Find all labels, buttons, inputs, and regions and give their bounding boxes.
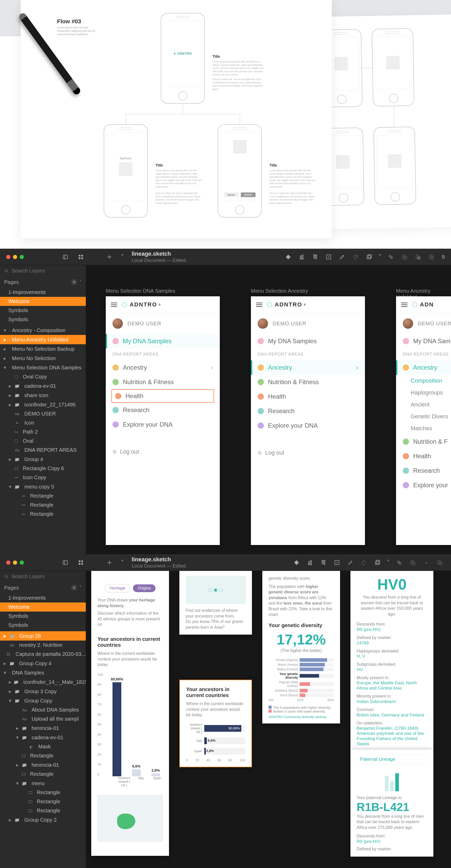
layer-row[interactable]: Rectangle bbox=[0, 751, 86, 760]
user-row[interactable]: DEMO USER bbox=[106, 313, 220, 334]
diversity-footer-link[interactable]: ADNTRO Community diversity ranking bbox=[269, 715, 334, 719]
nav-my-dna-samples[interactable]: My DNA Samples bbox=[251, 334, 365, 348]
layer-row[interactable]: Icon Copy bbox=[0, 473, 86, 482]
add-page-button[interactable]: + bbox=[71, 585, 77, 591]
mask-tool-icon[interactable] bbox=[372, 557, 383, 568]
insert-dropdown[interactable]: ˅ bbox=[120, 557, 125, 568]
layer-row[interactable]: Rectangle bbox=[0, 509, 86, 519]
layer-row[interactable]: ▸Group Copy 4 bbox=[0, 659, 86, 668]
subtract-icon[interactable] bbox=[399, 252, 410, 262]
layer-row[interactable]: ▸Group 28 bbox=[0, 631, 86, 641]
layer-row[interactable]: ▾Menu Selection DNA Samples bbox=[0, 363, 86, 372]
document-title-block[interactable]: lineage.sketch Local Document — Edited bbox=[132, 250, 186, 263]
layer-row[interactable]: ▸share icon bbox=[0, 391, 86, 400]
layer-row[interactable]: ▸herencia-01 bbox=[0, 723, 86, 733]
layer-row[interactable]: Mask bbox=[0, 742, 86, 751]
nav-explore[interactable]: Explore your DNA bbox=[106, 417, 220, 432]
page-row[interactable]: Welcome bbox=[0, 297, 86, 306]
panel-toggle-button[interactable] bbox=[60, 557, 70, 568]
search-layers-input[interactable]: Search Layers bbox=[0, 571, 86, 582]
close-window-button[interactable] bbox=[6, 255, 10, 259]
layer-row[interactable]: Captura de pantalla 2020-03… bbox=[0, 650, 86, 659]
layer-row[interactable]: Rectangle bbox=[0, 788, 86, 797]
mask-dropdown[interactable]: ˅ bbox=[378, 252, 383, 262]
nav-research[interactable]: Research bbox=[106, 403, 220, 417]
nav-explore[interactable]: Explore your DNA bbox=[251, 418, 365, 433]
layer-row[interactable]: ▸Group 3 Copy bbox=[0, 687, 86, 696]
mask-tool-icon[interactable] bbox=[364, 252, 374, 262]
symbol-tool-icon[interactable] bbox=[283, 252, 293, 262]
layer-row[interactable]: Rectangle bbox=[0, 806, 86, 815]
layer-row[interactable]: ▾cadena-ev-01 bbox=[0, 733, 86, 742]
subtract-icon[interactable] bbox=[408, 557, 418, 568]
insert-dropdown[interactable]: ˅ bbox=[120, 252, 125, 262]
layer-row[interactable]: ▾DNA Samples bbox=[0, 668, 86, 677]
nav-health[interactable]: Health bbox=[396, 449, 451, 463]
layer-row[interactable]: ▾Ancestry - Composition bbox=[0, 326, 86, 335]
layer-row[interactable]: Rectangle bbox=[0, 770, 86, 779]
layer-row[interactable]: Path 2 bbox=[0, 427, 86, 436]
layer-row[interactable]: ▸Menu No Selection bbox=[0, 353, 86, 363]
nav-nutrition[interactable]: Nutrition & F bbox=[396, 434, 451, 449]
scale-icon[interactable] bbox=[332, 557, 342, 568]
nav-health[interactable]: Health bbox=[251, 389, 365, 404]
collapse-pages-button[interactable]: ˅ bbox=[79, 585, 82, 591]
layer-row[interactable]: ▸herencia-01 bbox=[0, 760, 86, 770]
nav-ancestry-genetic-diversity[interactable]: Genetic Divers bbox=[396, 410, 451, 423]
union-icon[interactable] bbox=[394, 557, 404, 568]
layer-row[interactable]: ▸Menu Ancestry Unfolded bbox=[0, 335, 86, 344]
hamburger-icon[interactable] bbox=[111, 302, 117, 308]
layer-row[interactable]: ▾Group Copy bbox=[0, 696, 86, 705]
edit-shape-icon[interactable] bbox=[345, 557, 356, 568]
maximize-window-button[interactable] bbox=[20, 561, 24, 565]
layer-row[interactable]: ▸Menu No Selection Backup bbox=[0, 344, 86, 353]
align-bottom-icon[interactable] bbox=[297, 252, 307, 262]
intersect-icon[interactable] bbox=[421, 557, 431, 568]
layer-row[interactable]: Rectangle bbox=[0, 500, 86, 509]
nav-my-dna-samples[interactable]: My DNA Samples bbox=[106, 334, 220, 348]
page-row[interactable]: Symbols bbox=[0, 315, 86, 324]
layer-row[interactable]: Oval Copy bbox=[0, 372, 86, 381]
rotate-icon[interactable] bbox=[359, 557, 369, 568]
align-top-icon[interactable] bbox=[318, 557, 329, 568]
logout-button[interactable]: ⎋Log out bbox=[106, 442, 220, 461]
artboard-label[interactable]: Menu Selection Ancestry bbox=[251, 288, 308, 294]
nav-ancestry-haplogroups[interactable]: Haplogroups bbox=[396, 387, 451, 399]
difference-icon[interactable] bbox=[434, 557, 445, 568]
search-layers-input[interactable]: Search Layers bbox=[0, 265, 86, 276]
panel-toggle-button[interactable] bbox=[60, 252, 70, 262]
scale-icon[interactable] bbox=[324, 252, 334, 262]
insert-button[interactable] bbox=[104, 252, 115, 262]
artboard-label[interactable]: Menu Selection DNA Samples bbox=[106, 288, 175, 294]
nav-explore[interactable]: Explore your bbox=[396, 478, 451, 492]
layer-row[interactable]: Icon bbox=[0, 418, 86, 427]
page-row[interactable]: 1-Improvements bbox=[0, 288, 86, 297]
rotate-icon[interactable] bbox=[351, 252, 361, 262]
zoom-level[interactable]: 9 bbox=[442, 254, 445, 260]
canvas[interactable]: Menu Selection DNA Samples Menu Selectio… bbox=[86, 265, 451, 554]
user-row[interactable]: DEMO USER bbox=[251, 313, 365, 334]
minimize-window-button[interactable] bbox=[13, 561, 17, 565]
union-icon[interactable] bbox=[386, 252, 396, 262]
layer-row[interactable]: AaAbout DNA Samples bbox=[0, 705, 86, 714]
layer-row[interactable]: ▾menu bbox=[0, 779, 86, 788]
edit-shape-icon[interactable] bbox=[337, 252, 347, 262]
layer-row[interactable]: Rectangle bbox=[0, 797, 86, 806]
hamburger-icon[interactable] bbox=[256, 302, 262, 308]
nav-research[interactable]: Research bbox=[396, 463, 451, 478]
layer-row[interactable]: ▾menu copy 5 bbox=[0, 482, 86, 491]
collapse-pages-button[interactable]: ˅ bbox=[79, 279, 82, 285]
nav-nutrition[interactable]: Nutrition & Fitness bbox=[251, 375, 365, 389]
minimize-window-button[interactable] bbox=[13, 255, 17, 259]
document-title-block[interactable]: lineage.sketch Local Document — Edited bbox=[132, 556, 186, 569]
nav-ancestry[interactable]: Ancestry› bbox=[251, 360, 365, 375]
layer-row[interactable]: AaDNA REPORT AREAS bbox=[0, 445, 86, 455]
tab-heritage[interactable]: Heritage bbox=[105, 584, 130, 592]
nav-nutrition[interactable]: Nutrition & Fitness bbox=[106, 375, 220, 389]
nav-my-dna-samples[interactable]: My DNA Sam bbox=[396, 334, 451, 348]
page-row[interactable]: Welcome bbox=[0, 602, 86, 612]
layer-row[interactable]: Aancestry 2. Nutrition bbox=[0, 641, 86, 650]
insert-button[interactable] bbox=[104, 557, 115, 568]
canvas[interactable]: Heritage Origins Your DNA draws your her… bbox=[86, 571, 451, 868]
layer-row[interactable]: ▸Group 4 bbox=[0, 455, 86, 464]
